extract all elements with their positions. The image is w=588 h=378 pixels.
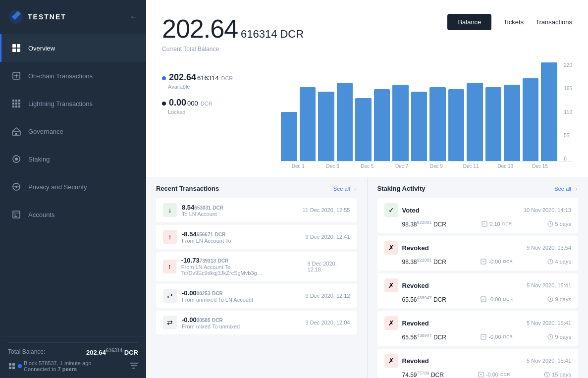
footer-divider bbox=[8, 342, 138, 343]
list-item[interactable]: ✗ Revoked 5 Nov 2020, 15:41 65.56438947 … bbox=[377, 311, 579, 346]
total-balance-dec: 616314 bbox=[106, 348, 122, 353]
locked-dot bbox=[162, 102, 166, 106]
list-item[interactable]: ✗ Revoked 5 Nov 2020, 15:41 74.5975789 D… bbox=[377, 349, 579, 378]
stake-icon-2: ✗ bbox=[384, 278, 398, 292]
back-button[interactable]: ← bbox=[129, 12, 138, 22]
table-row[interactable]: ⇄ -0.0000253 DCR From unmixed To LN Acco… bbox=[156, 284, 357, 308]
main-header: 202.64 616314 DCR Current Total Balance … bbox=[146, 0, 588, 62]
sidebar-item-accounts[interactable]: Accounts bbox=[0, 201, 146, 228]
available-balance-amount: 202.64 616314 DCR bbox=[162, 72, 261, 83]
tx-sub: From LN Account To bbox=[182, 238, 231, 244]
svg-rect-2 bbox=[17, 44, 20, 48]
stake-amount: 98.38922001 DCR bbox=[402, 220, 446, 228]
stake-type: Revoked bbox=[402, 320, 429, 327]
sidebar-item-label-onchain: On-chain Transactions bbox=[28, 72, 93, 80]
table-row[interactable]: ↓ 8.54653031 DCR To LN Account 11 Dec 20… bbox=[156, 198, 357, 222]
footer-status: Block 578537, 1 minute ago Connected to … bbox=[8, 360, 138, 372]
table-row[interactable]: ⇄ -0.0000585 DCR From mixed To unmixed 9… bbox=[156, 311, 357, 334]
lightning-icon bbox=[11, 99, 21, 108]
staking-panel: Staking Activity See all → ✓ Voted 10 No… bbox=[368, 177, 588, 378]
balance-amount: 202.64 616314 DCR bbox=[162, 14, 304, 44]
sidebar-footer: Total Balance: 202.64616314 DCR Block 57… bbox=[0, 336, 146, 378]
governance-icon bbox=[11, 126, 21, 136]
balance-decimal: 616314 bbox=[241, 28, 277, 41]
lower-section: Recent Transactions See all → ↓ 8.546530… bbox=[146, 177, 588, 378]
total-balance-main: 202.64 bbox=[86, 349, 106, 356]
sidebar: TESTNET ← Overview On-chain Transactions… bbox=[0, 0, 146, 378]
y-label: 0 bbox=[564, 156, 572, 162]
table-row[interactable]: ↑ -10.73739313 DCR From LN Account To Tc… bbox=[156, 252, 357, 281]
locked-cur: DCR bbox=[201, 101, 213, 107]
stake-reward: -0.00DCR bbox=[481, 296, 513, 302]
sidebar-item-staking[interactable]: Staking bbox=[0, 145, 146, 173]
staking-icon bbox=[11, 154, 21, 164]
svg-rect-15 bbox=[15, 106, 17, 108]
stake-amount: 74.5975789 DCR bbox=[402, 371, 444, 378]
staking-see-all[interactable]: See all → bbox=[554, 186, 578, 192]
stake-type: Revoked bbox=[402, 357, 429, 365]
stake-icon-4: ✗ bbox=[384, 354, 398, 368]
tx-date: 9 Dec 2020, 12:12 bbox=[306, 293, 350, 299]
svg-rect-9 bbox=[15, 100, 17, 102]
sidebar-item-on-chain[interactable]: On-chain Transactions bbox=[0, 62, 146, 90]
transactions-see-all[interactable]: See all → bbox=[333, 186, 357, 192]
stake-days: 15 days bbox=[544, 372, 571, 378]
tx-sub: To LN Account bbox=[182, 211, 223, 217]
list-item[interactable]: ✗ Revoked 9 Nov 2020, 13:54 98.38922001 … bbox=[377, 236, 579, 270]
x-label: Dec 11 bbox=[454, 163, 488, 169]
svg-rect-24 bbox=[13, 211, 20, 218]
stake-reward: -0.00DCR bbox=[478, 372, 510, 378]
available-balance-item: 202.64 616314 DCR Available bbox=[162, 72, 261, 90]
y-label: 165 bbox=[564, 86, 572, 91]
filter-icon[interactable] bbox=[129, 362, 138, 371]
stake-reward: 0.10DCR bbox=[481, 221, 512, 227]
stake-reward: -0.00DCR bbox=[481, 334, 513, 340]
sidebar-item-governance[interactable]: Governance bbox=[0, 117, 146, 145]
chart-bar bbox=[355, 98, 372, 161]
chart-container: 220165110550 Dec 1Dec 3Dec 5Dec 7Dec 9De… bbox=[281, 62, 572, 169]
stake-type: Voted bbox=[402, 207, 420, 214]
tab-balance[interactable]: Balance bbox=[447, 14, 491, 30]
sidebar-item-overview[interactable]: Overview bbox=[0, 34, 146, 62]
svg-line-44 bbox=[550, 262, 551, 263]
balance-display: 202.64 616314 DCR Current Total Balance bbox=[162, 14, 304, 53]
balance-label: Current Total Balance bbox=[162, 46, 304, 53]
stake-date: 5 Nov 2020, 15:41 bbox=[527, 358, 571, 364]
x-label: Dec 9 bbox=[419, 163, 454, 169]
staking-list: ✓ Voted 10 Nov 2020, 14:13 98.38922001 D… bbox=[377, 198, 579, 378]
svg-point-20 bbox=[15, 158, 18, 161]
privacy-icon bbox=[11, 182, 21, 192]
available-dot bbox=[162, 76, 166, 80]
stake-date: 5 Nov 2020, 15:41 bbox=[527, 320, 571, 326]
tab-tickets[interactable]: Tickets bbox=[503, 18, 524, 26]
chart-bar bbox=[467, 83, 483, 161]
sidebar-item-privacy[interactable]: Privacy and Security bbox=[0, 173, 146, 201]
stake-icon-3: ✗ bbox=[384, 316, 398, 330]
x-label: Dec 3 bbox=[316, 163, 350, 169]
list-item[interactable]: ✗ Revoked 5 Nov 2020, 15:41 65.56438947 … bbox=[377, 273, 579, 308]
locked-label: Locked bbox=[162, 109, 261, 115]
x-label: Dec 13 bbox=[488, 163, 523, 169]
chart-bar bbox=[281, 112, 297, 162]
stake-date: 9 Nov 2020, 13:54 bbox=[527, 245, 571, 251]
svg-rect-16 bbox=[18, 106, 20, 108]
tx-date: 11 Dec 2020, 12:55 bbox=[302, 207, 350, 213]
stake-reward: -0.00DCR bbox=[481, 259, 513, 265]
sidebar-item-lightning[interactable]: Lightning Transactions bbox=[0, 90, 146, 117]
tab-transactions[interactable]: Transactions bbox=[535, 18, 572, 26]
accounts-icon bbox=[11, 210, 21, 219]
tab-buttons: Balance Tickets Transactions bbox=[447, 14, 572, 30]
chart-bar bbox=[300, 87, 316, 161]
locked-dec: 000 bbox=[187, 100, 198, 107]
list-item[interactable]: ✓ Voted 10 Nov 2020, 14:13 98.38922001 D… bbox=[377, 198, 579, 233]
tx-amount: -0.0000253 DCR bbox=[182, 289, 253, 297]
chart-bar bbox=[374, 89, 390, 161]
table-row[interactable]: ↑ -8.54656671 DCR From LN Account To 9 D… bbox=[156, 225, 357, 249]
svg-rect-31 bbox=[12, 367, 15, 369]
svg-rect-28 bbox=[9, 363, 11, 366]
tx-icon-3: ⇄ bbox=[163, 289, 177, 303]
svg-rect-8 bbox=[12, 100, 14, 102]
sidebar-item-label-privacy: Privacy and Security bbox=[28, 183, 87, 191]
x-label: Dec 1 bbox=[281, 163, 316, 169]
chart-bar bbox=[541, 62, 557, 161]
